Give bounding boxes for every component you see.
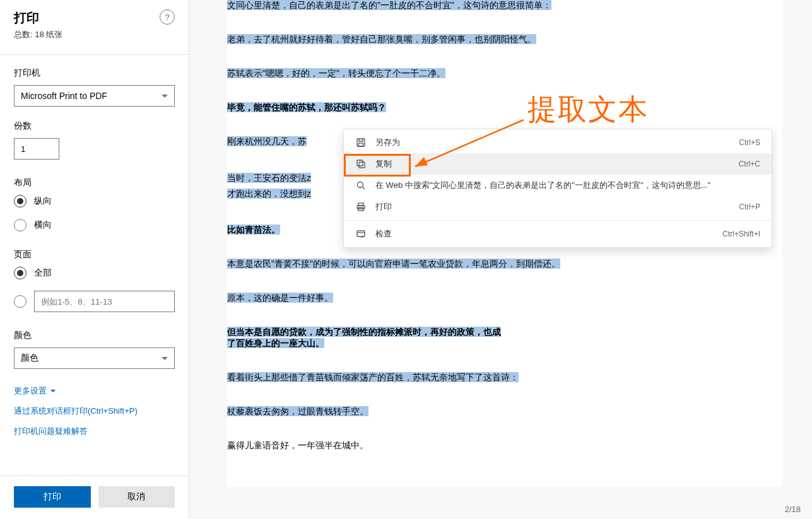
sidebar-footer: 打印 取消 — [0, 475, 189, 519]
copies-label: 份数 — [14, 120, 175, 132]
pages-all-label: 全部 — [34, 267, 52, 279]
svg-rect-2 — [359, 162, 365, 168]
radio-icon — [14, 195, 26, 207]
troubleshoot-link[interactable]: 打印机问题疑难解答 — [14, 426, 88, 437]
print-icon — [355, 201, 367, 213]
color-select[interactable]: 颜色 — [14, 347, 175, 369]
chevron-down-icon — [162, 357, 168, 360]
content-line: 但当本是自愿的贷款，成为了强制性的指标摊派时，再好的政策，也成了百姓身上的一座大… — [227, 327, 782, 349]
chevron-down-icon — [50, 390, 56, 392]
layout-landscape-label: 横向 — [34, 219, 52, 231]
content-line: 本意是农民"青黄不接"的时候，可以向官府申请一笔农业贷款，年息两分，到期偿还。 — [227, 259, 782, 270]
menu-item-copy[interactable]: 复制Ctrl+C — [344, 153, 772, 175]
content-line: 看着街头上那些借了青苗钱而倾家荡产的百姓，苏轼无奈地写下了这首诗： — [227, 372, 782, 383]
chevron-down-icon — [162, 95, 168, 98]
printer-value: Microsoft Print to PDF — [21, 91, 107, 101]
pages-all-radio[interactable]: 全部 — [14, 267, 175, 279]
menu-item-shortcut: Ctrl+C — [739, 160, 760, 168]
more-settings-label: 更多设置 — [14, 385, 47, 397]
save-icon — [355, 137, 367, 148]
content-line: 杖藜裹饭去匆匆，过眼青钱转手空。 — [227, 406, 782, 417]
inspect-icon — [355, 228, 367, 240]
cancel-button[interactable]: 取消 — [98, 486, 175, 508]
help-button[interactable]: ? — [160, 9, 175, 25]
radio-icon — [14, 267, 26, 279]
total-pages: 总数: 18 纸张 — [14, 29, 175, 40]
print-preview: 文同心里清楚，自己的表弟是出了名的"一肚皮的不合时宜"，这句诗的意思很简单：老弟… — [189, 0, 812, 519]
menu-separator — [344, 220, 772, 221]
menu-item-save[interactable]: 另存为Ctrl+S — [344, 132, 772, 153]
menu-item-shortcut: Ctrl+S — [739, 138, 760, 147]
pages-custom-row — [14, 291, 175, 312]
printer-label: 打印机 — [14, 67, 175, 79]
menu-item-label: 检查 — [375, 228, 722, 240]
printer-select[interactable]: Microsoft Print to PDF — [14, 85, 175, 107]
svg-rect-3 — [357, 160, 363, 166]
content-line: 苏轼表示"嗯嗯，好的，一定"，转头便忘了个一干二净。 — [227, 68, 782, 79]
layout-label: 布局 — [14, 177, 175, 189]
print-button[interactable]: 打印 — [14, 486, 91, 508]
svg-rect-1 — [359, 143, 363, 146]
menu-item-print[interactable]: 打印Ctrl+P — [344, 196, 772, 218]
print-title: 打印 — [14, 9, 39, 26]
pages-custom-radio[interactable] — [14, 295, 26, 308]
layout-portrait-label: 纵向 — [34, 195, 52, 207]
search-icon — [355, 180, 367, 191]
menu-item-shortcut: Ctrl+Shift+I — [722, 230, 760, 238]
menu-item-search[interactable]: 在 Web 中搜索"文同心里清楚，自己的表弟是出了名的"一肚皮的不合时宜"，这句… — [344, 175, 772, 196]
content-line: 老弟，去了杭州就好好待着，管好自己那张臭嘴，别多管闲事，也别阴阳怪气。 — [227, 34, 782, 45]
more-settings-link[interactable]: 更多设置 — [14, 385, 56, 397]
content-line: 毕竟，能管住嘴的苏轼，那还叫苏轼吗？ — [227, 102, 782, 114]
copy-icon — [355, 158, 367, 170]
title-row: 打印 ? — [14, 9, 175, 26]
radio-icon — [14, 219, 26, 231]
svg-point-4 — [358, 182, 363, 188]
menu-item-label: 复制 — [375, 158, 739, 170]
menu-item-label: 打印 — [375, 201, 739, 213]
content-line: 文同心里清楚，自己的表弟是出了名的"一肚皮的不合时宜"，这句诗的意思很简单： — [227, 0, 782, 11]
menu-item-shortcut: Ctrl+P — [739, 202, 760, 211]
svg-rect-0 — [357, 139, 365, 146]
layout-portrait-radio[interactable]: 纵向 — [14, 195, 175, 207]
menu-item-inspect[interactable]: 检查Ctrl+Shift+I — [344, 223, 772, 245]
svg-rect-8 — [357, 231, 365, 236]
pages-label: 页面 — [14, 249, 175, 260]
menu-item-label: 在 Web 中搜索"文同心里清楚，自己的表弟是出了名的"一肚皮的不合时宜"，这句… — [375, 180, 760, 191]
layout-landscape-radio[interactable]: 横向 — [14, 219, 175, 231]
color-value: 颜色 — [21, 353, 38, 364]
page-counter: 2/18 — [785, 504, 801, 514]
copies-input[interactable] — [14, 138, 59, 160]
divider — [0, 54, 189, 55]
pages-custom-input[interactable] — [34, 291, 175, 312]
sidebar-content: 打印 ? 总数: 18 纸张 打印机 Microsoft Print to PD… — [0, 0, 189, 475]
context-menu: 另存为Ctrl+S复制Ctrl+C在 Web 中搜索"文同心里清楚，自己的表弟是… — [343, 129, 772, 248]
system-dialog-link[interactable]: 通过系统对话框打印(Ctrl+Shift+P) — [14, 405, 138, 417]
content-line: 原本，这的确是一件好事。 — [227, 293, 782, 304]
print-sidebar: 打印 ? 总数: 18 纸张 打印机 Microsoft Print to PD… — [0, 0, 189, 519]
color-label: 颜色 — [14, 330, 175, 341]
menu-item-label: 另存为 — [375, 137, 739, 148]
content-line: 赢得儿童语音好，一年强半在城中。 — [227, 440, 782, 452]
